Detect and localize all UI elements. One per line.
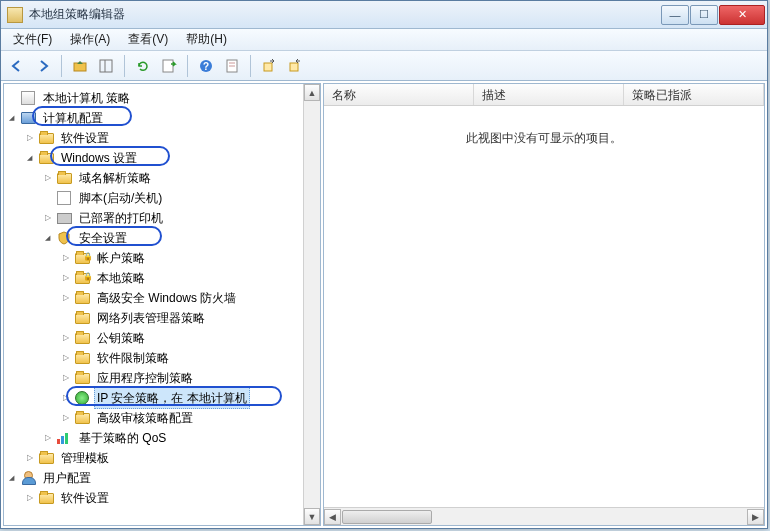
tree-deployed-printers[interactable]: 已部署的打印机 — [6, 208, 320, 228]
expander-icon[interactable] — [60, 352, 72, 364]
tree-label: 脚本(启动/关机) — [76, 187, 165, 209]
folder-icon — [56, 170, 72, 186]
scroll-right-button[interactable]: ▶ — [747, 509, 764, 525]
close-button[interactable]: ✕ — [719, 5, 765, 25]
tree-windows-settings[interactable]: Windows 设置 — [6, 148, 320, 168]
expander-icon[interactable] — [60, 392, 72, 404]
tree-label: 管理模板 — [58, 447, 112, 469]
show-hide-tree-button[interactable] — [94, 54, 118, 78]
tree-label: 网络列表管理器策略 — [94, 307, 208, 329]
tree-admin-templates[interactable]: 管理模板 — [6, 448, 320, 468]
export-icon — [161, 58, 177, 74]
expander-icon[interactable] — [60, 372, 72, 384]
expander-icon[interactable] — [6, 472, 18, 484]
expander-icon[interactable] — [42, 432, 54, 444]
expander-icon[interactable] — [24, 452, 36, 464]
scroll-up-button[interactable]: ▲ — [304, 84, 320, 101]
tree-label: 应用程序控制策略 — [94, 367, 196, 389]
folder-icon — [74, 410, 90, 426]
svg-rect-3 — [163, 60, 173, 72]
column-description[interactable]: 描述 — [474, 84, 624, 105]
expander-icon[interactable] — [60, 332, 72, 344]
refresh-button[interactable] — [131, 54, 155, 78]
folder-lock-icon — [74, 270, 90, 286]
tree-security-settings[interactable]: 安全设置 — [6, 228, 320, 248]
window-title: 本地组策略编辑器 — [29, 6, 660, 23]
tree-name-resolution[interactable]: 域名解析策略 — [6, 168, 320, 188]
back-button[interactable] — [5, 54, 29, 78]
minimize-button[interactable]: — — [661, 5, 689, 25]
app-icon — [7, 7, 23, 23]
tree-root[interactable]: 本地计算机 策略 — [6, 88, 320, 108]
tree-label: 基于策略的 QoS — [76, 427, 169, 449]
menu-view[interactable]: 查看(V) — [120, 29, 176, 50]
expander-icon[interactable] — [60, 252, 72, 264]
expander-icon[interactable] — [60, 272, 72, 284]
action2-button[interactable] — [283, 54, 307, 78]
menu-help[interactable]: 帮助(H) — [178, 29, 235, 50]
tree-ip-security[interactable]: IP 安全策略，在 本地计算机 — [6, 388, 320, 408]
scroll-thumb[interactable] — [342, 510, 432, 524]
tree-advanced-firewall[interactable]: 高级安全 Windows 防火墙 — [6, 288, 320, 308]
scroll-track[interactable] — [304, 101, 320, 508]
tree-label: 计算机配置 — [40, 107, 106, 129]
column-assigned[interactable]: 策略已指派 — [624, 84, 764, 105]
tree-user-config[interactable]: 用户配置 — [6, 468, 320, 488]
tree-advanced-audit[interactable]: 高级审核策略配置 — [6, 408, 320, 428]
tree-software-restriction[interactable]: 软件限制策略 — [6, 348, 320, 368]
list-header: 名称 描述 策略已指派 — [324, 84, 764, 106]
tree-computer-config[interactable]: 计算机配置 — [6, 108, 320, 128]
titlebar[interactable]: 本地组策略编辑器 — ☐ ✕ — [1, 1, 767, 29]
tree-user-software-settings[interactable]: 软件设置 — [6, 488, 320, 508]
scroll-left-button[interactable]: ◀ — [324, 509, 341, 525]
expander-icon[interactable] — [6, 112, 18, 124]
expander-icon[interactable] — [24, 492, 36, 504]
expander-icon[interactable] — [60, 292, 72, 304]
toolbar-separator — [61, 55, 62, 77]
list-horizontal-scrollbar[interactable]: ◀ ▶ — [324, 507, 764, 525]
tree-label: 域名解析策略 — [76, 167, 154, 189]
tree-policy-qos[interactable]: 基于策略的 QoS — [6, 428, 320, 448]
properties-button[interactable] — [220, 54, 244, 78]
tree-pane: 本地计算机 策略 计算机配置 软件设置 Windows 设置 域名解析策略 脚本… — [3, 83, 321, 526]
scroll-down-button[interactable]: ▼ — [304, 508, 320, 525]
assign-icon — [261, 58, 277, 74]
maximize-button[interactable]: ☐ — [690, 5, 718, 25]
menu-file[interactable]: 文件(F) — [5, 29, 60, 50]
toolbar-separator — [250, 55, 251, 77]
tree-network-list[interactable]: 网络列表管理器策略 — [6, 308, 320, 328]
expander-icon[interactable] — [42, 212, 54, 224]
panels-icon — [98, 58, 114, 74]
up-button[interactable] — [68, 54, 92, 78]
expander-icon[interactable] — [60, 412, 72, 424]
export-button[interactable] — [157, 54, 181, 78]
toolbar-separator — [187, 55, 188, 77]
folder-icon — [38, 150, 54, 166]
action1-button[interactable] — [257, 54, 281, 78]
tree-account-policies[interactable]: 帐户策略 — [6, 248, 320, 268]
svg-text:?: ? — [203, 61, 209, 72]
expander-icon[interactable] — [42, 232, 54, 244]
folder-lock-icon — [74, 250, 90, 266]
tree-local-policies[interactable]: 本地策略 — [6, 268, 320, 288]
column-name[interactable]: 名称 — [324, 84, 474, 105]
printer-icon — [56, 210, 72, 226]
forward-button[interactable] — [31, 54, 55, 78]
tree-scripts[interactable]: 脚本(启动/关机) — [6, 188, 320, 208]
expander-icon[interactable] — [24, 132, 36, 144]
folder-icon — [74, 310, 90, 326]
tree-label: 用户配置 — [40, 467, 94, 489]
tree-vertical-scrollbar[interactable]: ▲ ▼ — [303, 84, 320, 525]
tree-label: IP 安全策略，在 本地计算机 — [94, 387, 250, 409]
arrow-left-icon — [9, 58, 25, 74]
empty-message: 此视图中没有可显示的项目。 — [324, 130, 764, 147]
tree-app-control[interactable]: 应用程序控制策略 — [6, 368, 320, 388]
expander-icon[interactable] — [24, 152, 36, 164]
help-button[interactable]: ? — [194, 54, 218, 78]
tree-software-settings[interactable]: 软件设置 — [6, 128, 320, 148]
expander-icon[interactable] — [42, 172, 54, 184]
menu-action[interactable]: 操作(A) — [62, 29, 118, 50]
folder-icon — [38, 490, 54, 506]
tree-public-key[interactable]: 公钥策略 — [6, 328, 320, 348]
tree-label: 软件限制策略 — [94, 347, 172, 369]
